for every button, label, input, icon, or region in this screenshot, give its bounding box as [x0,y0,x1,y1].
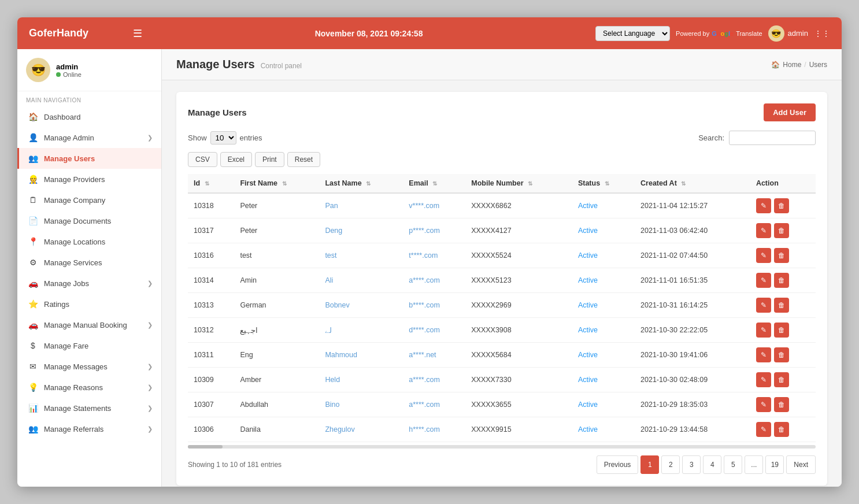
cell-created-at: 2021-10-30 22:22:05 [635,318,750,343]
breadcrumb-home[interactable]: Home [783,61,801,69]
cell-action: ✎ 🗑 [750,268,816,293]
edit-button[interactable]: ✎ [756,347,771,362]
page-button-3[interactable]: 3 [682,455,701,474]
sidebar-item-manage-messages[interactable]: ✉ Manage Messages ❯ [17,356,161,377]
cell-first-name: Abdullah [234,392,319,417]
sidebar-item-manage-manual-booking[interactable]: 🚗 Manage Manual Booking ❯ [17,314,161,335]
cell-status: Active [572,243,635,268]
edit-button[interactable]: ✎ [756,273,771,288]
pagination-area: Showing 1 to 10 of 181 entries Previous … [188,455,816,474]
page-button-4[interactable]: 4 [703,455,721,474]
sidebar-item-manage-users[interactable]: 👥 Manage Users [17,148,161,169]
cell-status: Active [572,368,635,392]
cell-action: ✎ 🗑 [750,368,816,392]
sidebar-user: 😎 admin Online [17,49,161,91]
cell-last-name: Mahmoud [319,343,403,368]
edit-button[interactable]: ✎ [756,397,771,412]
col-id[interactable]: Id ⇅ [188,174,234,193]
admin-menu[interactable]: 😎 admin [768,25,808,42]
delete-button[interactable]: 🗑 [774,347,789,362]
sidebar-item-manage-providers[interactable]: 👷 Manage Providers [17,169,161,190]
sidebar-item-manage-fare[interactable]: $ Manage Fare [17,335,161,356]
page-header: Manage Users Control panel 🏠 Home / User… [162,49,842,80]
entries-select[interactable]: 10 [210,131,236,144]
cell-first-name: Peter [234,193,319,218]
print-button[interactable]: Print [255,152,284,167]
edit-button[interactable]: ✎ [756,248,771,263]
col-first-name[interactable]: First Name ⇅ [234,174,319,193]
sidebar-item-manage-documents[interactable]: 📄 Manage Documents [17,210,161,231]
sidebar-item-manage-locations[interactable]: 📍 Manage Locations [17,231,161,252]
admin-label: admin [788,29,808,38]
delete-button[interactable]: 🗑 [774,223,789,238]
delete-button[interactable]: 🗑 [774,397,789,412]
prev-button[interactable]: Previous [597,455,639,474]
sidebar-item-label: Manage Fare [44,342,88,350]
manage-company-icon: 🗒 [28,195,38,205]
search-input[interactable] [729,131,816,145]
showing-text: Showing 1 to 10 of 181 entries [188,461,282,469]
col-mobile[interactable]: Mobile Number ⇅ [465,174,572,193]
hamburger-icon[interactable]: ☰ [133,27,142,40]
sidebar-item-manage-referrals[interactable]: 👥 Manage Referrals ❯ [17,418,161,439]
sidebar-item-ratings[interactable]: ⭐ Ratings [17,294,161,314]
delete-button[interactable]: 🗑 [774,248,789,263]
cell-created-at: 2021-10-29 13:44:58 [635,417,750,442]
page-button-ellipsis[interactable]: ... [745,455,763,474]
sidebar-item-manage-statements[interactable]: 📊 Manage Statements ❯ [17,398,161,418]
edit-button[interactable]: ✎ [756,198,771,213]
page-button-5[interactable]: 5 [724,455,742,474]
delete-button[interactable]: 🗑 [774,273,789,288]
delete-button[interactable]: 🗑 [774,323,789,338]
sidebar-item-manage-jobs[interactable]: 🚗 Manage Jobs ❯ [17,273,161,294]
cell-action: ✎ 🗑 [750,193,816,218]
cell-email: a****.com [403,268,465,293]
col-email[interactable]: Email ⇅ [403,174,465,193]
breadcrumb-home-icon: 🏠 [771,61,780,69]
sidebar-item-manage-services[interactable]: ⚙ Manage Services [17,252,161,273]
sidebar-item-label: Manage Referrals [44,425,103,433]
manage-services-icon: ⚙ [28,258,38,267]
delete-button[interactable]: 🗑 [774,198,789,213]
delete-button[interactable]: 🗑 [774,422,789,437]
page-button-2[interactable]: 2 [661,455,680,474]
edit-button[interactable]: ✎ [756,223,771,238]
col-last-name[interactable]: Last Name ⇅ [319,174,403,193]
manage-messages-icon: ✉ [28,362,38,371]
edit-button[interactable]: ✎ [756,422,771,437]
edit-button[interactable]: ✎ [756,372,771,387]
excel-button[interactable]: Excel [220,152,252,167]
delete-button[interactable]: 🗑 [774,372,789,387]
edit-button[interactable]: ✎ [756,323,771,338]
page-button-1[interactable]: 1 [640,455,659,474]
cell-id: 10313 [188,293,234,318]
page-button-19[interactable]: 19 [765,455,784,474]
next-button[interactable]: Next [786,455,816,474]
csv-button[interactable]: CSV [188,152,217,167]
cell-mobile: XXXXX3908 [465,318,572,343]
sidebar-item-manage-admin[interactable]: 👤 Manage Admin ❯ [17,127,161,148]
cell-email: d****.com [403,318,465,343]
col-status[interactable]: Status ⇅ [572,174,635,193]
pagination: Previous 1 2 3 4 5 ... 19 Next [597,455,816,474]
language-select[interactable]: Select Language [595,26,670,41]
share-icon[interactable]: ⋮⋮ [814,29,830,38]
delete-button[interactable]: 🗑 [774,298,789,313]
col-created-at[interactable]: Created At ⇅ [635,174,750,193]
chevron-right-icon: ❯ [147,384,153,391]
cell-email: b****.com [403,293,465,318]
show-entries: Show 10 entries [188,131,262,144]
cell-email: a****.com [403,368,465,392]
horizontal-scrollbar[interactable] [188,445,816,449]
scroll-thumb[interactable] [188,445,223,449]
sidebar-item-dashboard[interactable]: 🏠 Dashboard [17,106,161,127]
reset-button[interactable]: Reset [287,152,320,167]
cell-id: 10311 [188,343,234,368]
cell-mobile: XXXXX5123 [465,268,572,293]
sidebar-username: admin [56,62,82,71]
sidebar-item-manage-company[interactable]: 🗒 Manage Company [17,190,161,210]
edit-button[interactable]: ✎ [756,298,771,313]
sidebar-item-manage-reasons[interactable]: 💡 Manage Reasons ❯ [17,377,161,398]
add-user-button[interactable]: Add User [764,103,816,121]
sidebar-item-label: Manage Services [44,258,102,267]
